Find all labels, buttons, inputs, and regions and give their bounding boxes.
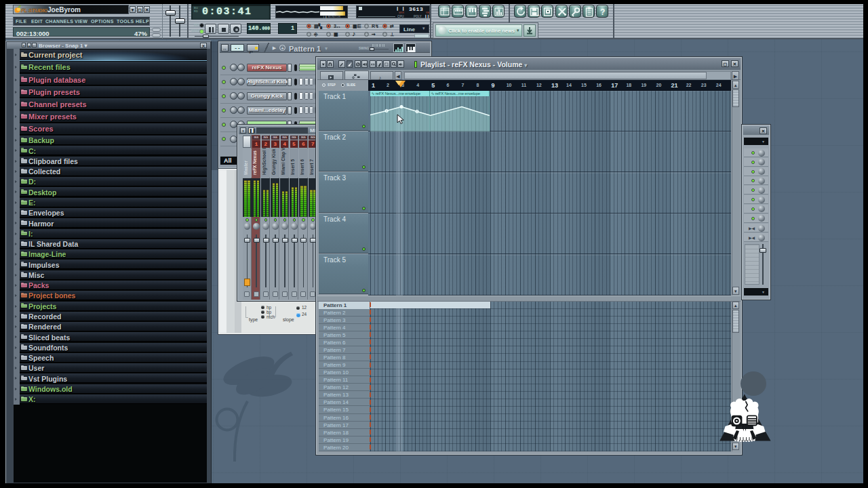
svg-text:+: + [537,13,540,17]
svg-text:?: ? [600,7,605,17]
svg-text:FL STUDIO: FL STUDIO [21,7,47,14]
